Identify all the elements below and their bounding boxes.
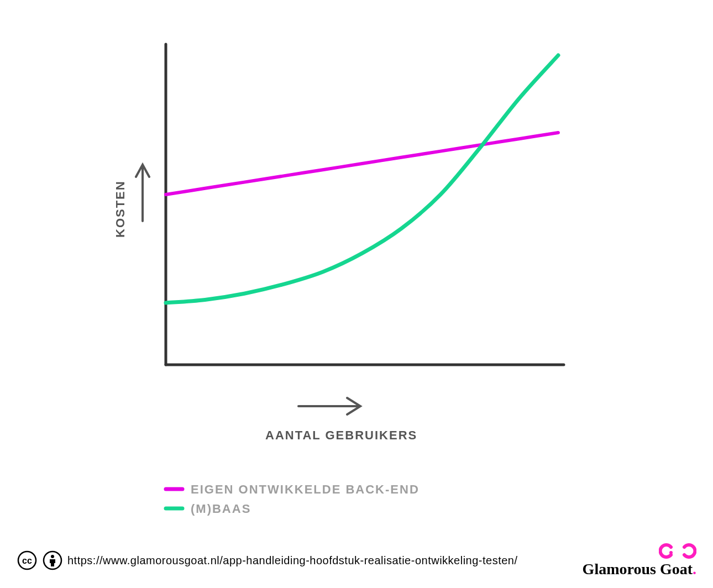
brand-name: Glamorous Goat. (583, 560, 696, 578)
plot-area (166, 44, 564, 365)
y-axis-label-group: KOSTEN (113, 165, 149, 238)
legend-label-eigen-backend: EIGEN ONTWIKKELDE BACK-END (191, 482, 420, 496)
x-axis-label: AANTAL GEBRUIKERS (265, 428, 417, 442)
cost-vs-users-chart: KOSTEN AANTAL GEBRUIKERS EIGEN ONTWIKKEL… (0, 0, 713, 542)
x-axis-arrow-icon (298, 398, 360, 414)
brand-block: Glamorous Goat. (583, 543, 696, 578)
source-url: https://www.glamorousgoat.nl/app-handlei… (67, 554, 518, 567)
brand-logo-icon (659, 543, 696, 559)
x-axis-label-group: AANTAL GEBRUIKERS (265, 398, 417, 442)
svg-point-6 (669, 551, 673, 554)
legend: EIGEN ONTWIKKELDE BACK-END (M)BAAS (166, 482, 420, 516)
footer: cc https://www.glamorousgoat.nl/app-hand… (0, 544, 713, 577)
series-eigen-backend (166, 133, 558, 195)
legend-label-mbaas: (M)BAAS (191, 502, 251, 516)
svg-point-5 (51, 555, 54, 558)
series-mbaas (166, 55, 558, 303)
y-axis-arrow-icon (136, 165, 149, 221)
cc-license-icon: cc (17, 550, 38, 571)
cc-by-icon (42, 550, 63, 571)
svg-text:cc: cc (22, 556, 32, 565)
y-axis-label: KOSTEN (113, 180, 127, 238)
